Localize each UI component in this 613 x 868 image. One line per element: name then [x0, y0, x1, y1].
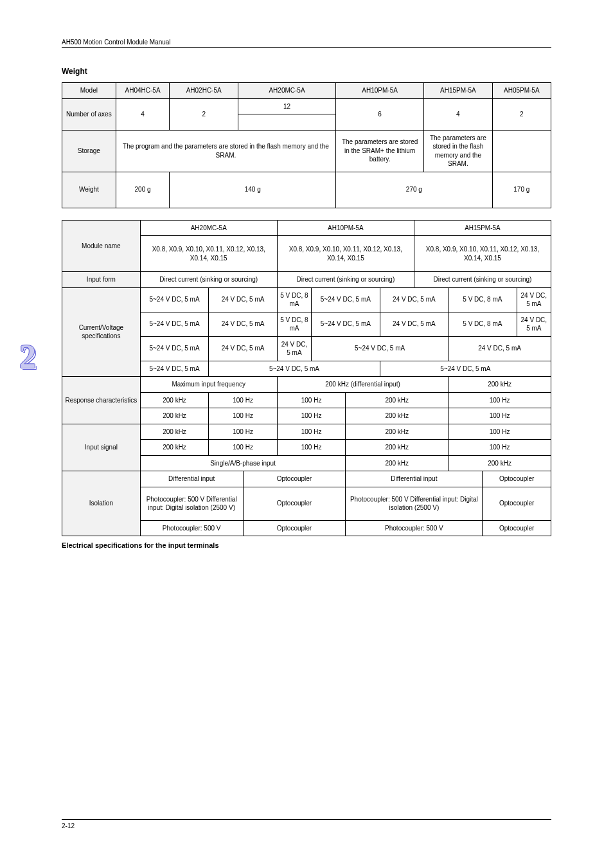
header-title: AH500 Motion Control Module Manual: [62, 39, 171, 46]
cell: 2: [492, 98, 551, 130]
cell: 24 V DC, 5 mA: [517, 287, 551, 312]
cell: 200 kHz: [449, 455, 551, 471]
cell: 5~24 V DC, 5 mA: [312, 336, 449, 361]
cell: 200 kHz: [140, 408, 209, 424]
cell: Module name: [62, 220, 141, 272]
cell: 200 kHz: [140, 424, 209, 440]
cell: [492, 130, 551, 172]
cell: 24 V DC, 5 mA: [277, 336, 311, 361]
cell: 24 V DC, 5 mA: [449, 336, 551, 361]
cell: 4: [116, 98, 170, 130]
cell: 5~24 V DC, 5 mA: [140, 336, 209, 361]
cell: AH15PM-5A: [414, 220, 551, 236]
cell: 24 V DC, 5 mA: [209, 312, 278, 336]
cell: 170 g: [492, 172, 551, 208]
cell: 200 kHz: [346, 424, 449, 440]
cell: 100 Hz: [277, 440, 346, 456]
cell: Isolation: [62, 471, 141, 536]
cell: 4: [424, 98, 493, 130]
cell: 100 Hz: [449, 392, 551, 408]
cell: 100 Hz: [277, 408, 346, 424]
cell: 100 Hz: [449, 424, 551, 440]
page-footer: 2-12: [62, 819, 551, 829]
cell: Photocoupler: 500 V: [140, 520, 243, 536]
cell: 270 g: [336, 172, 493, 208]
cell: 100 Hz: [449, 408, 551, 424]
cell: Number of axes: [62, 98, 116, 130]
cell: Optocoupler: [483, 471, 551, 487]
cell: The parameters are stored in the SRAM+ t…: [336, 130, 424, 172]
cell: 100 Hz: [277, 424, 346, 440]
cell: [238, 114, 335, 131]
cell: 100 Hz: [209, 408, 278, 424]
cell: 5 V DC, 8 mA: [277, 312, 311, 336]
cell: 5~24 V DC, 5 mA: [312, 287, 380, 312]
cell: Maximum input frequency: [140, 377, 277, 393]
section-title-input: Electrical specifications for the input …: [62, 541, 551, 549]
cell: 24 V DC, 5 mA: [209, 336, 278, 361]
cell: Optocoupler: [483, 520, 551, 536]
cell: Direct current (sinking or sourcing): [277, 272, 414, 288]
cell: 2: [170, 98, 238, 130]
cell: 200 kHz: [346, 392, 449, 408]
cell: AH10PM-5A: [277, 220, 414, 236]
cell: Model: [62, 83, 116, 99]
cell: 200 kHz: [346, 408, 449, 424]
cell: AH10PM-5A: [336, 83, 424, 99]
cell: 12: [238, 98, 335, 114]
cell: 24 V DC, 5 mA: [517, 312, 551, 336]
cell: 5 V DC, 8 mA: [449, 312, 517, 336]
cell: 24 V DC, 5 mA: [380, 287, 449, 312]
table-weight: Model AH04HC-5A AH02HC-5A AH20MC-5A AH10…: [62, 82, 551, 208]
cell: Weight: [62, 172, 116, 208]
cell: AH04HC-5A: [116, 83, 170, 99]
cell: 200 kHz: [449, 377, 551, 393]
page: AH500 Motion Control Module Manual Weigh…: [0, 0, 613, 588]
cell: Response characteristics: [62, 377, 141, 424]
cell: 5~24 V DC, 5 mA: [380, 361, 551, 377]
cell: Photocoupler: 500 V Differential input: …: [346, 487, 483, 520]
cell: 200 kHz: [346, 440, 449, 456]
cell: AH05PM-5A: [492, 83, 551, 99]
cell: 100 Hz: [209, 424, 278, 440]
cell: Direct current (sinking or sourcing): [140, 272, 277, 288]
cell: Current/Voltage specifications: [62, 287, 141, 377]
cell: AH02HC-5A: [170, 83, 238, 99]
cell: 5~24 V DC, 5 mA: [209, 361, 380, 377]
cell: 5~24 V DC, 5 mA: [140, 287, 209, 312]
table-input-specs: Module name AH20MC-5A AH10PM-5A AH15PM-5…: [62, 220, 551, 537]
cell: 100 Hz: [277, 392, 346, 408]
cell: Differential input: [346, 471, 483, 487]
cell: Optocoupler: [243, 487, 346, 520]
cell: Single/A/B-phase input: [140, 455, 346, 471]
cell: Photocoupler: 500 V: [346, 520, 483, 536]
cell: 140 g: [170, 172, 336, 208]
chapter-badge: 2: [19, 338, 36, 375]
cell: AH20MC-5A: [238, 83, 335, 99]
cell: 6: [336, 98, 424, 130]
cell: Input form: [62, 272, 141, 288]
cell: 200 kHz: [346, 455, 449, 471]
section-title-weight: Weight: [62, 67, 551, 76]
cell: The parameters are stored in the flash m…: [424, 130, 493, 172]
cell: Direct current (sinking or sourcing): [414, 272, 551, 288]
cell: Differential input: [140, 471, 243, 487]
cell: X0.8, X0.9, X0.10, X0.11, X0.12, X0.13, …: [414, 236, 551, 272]
cell: 200 g: [116, 172, 170, 208]
cell: 5 V DC, 8 mA: [449, 287, 517, 312]
cell: 24 V DC, 5 mA: [209, 287, 278, 312]
cell: Photocoupler: 500 V Differential input: …: [140, 487, 243, 520]
cell: AH20MC-5A: [140, 220, 277, 236]
cell: X0.8, X0.9, X0.10, X0.11, X0.12, X0.13, …: [277, 236, 414, 272]
cell: 100 Hz: [209, 440, 278, 456]
cell: 5~24 V DC, 5 mA: [312, 312, 380, 336]
cell: 200 kHz: [140, 440, 209, 456]
page-number: 2-12: [62, 822, 75, 829]
cell: Storage: [62, 130, 116, 172]
cell: 100 Hz: [209, 392, 278, 408]
page-header: AH500 Motion Control Module Manual: [62, 39, 551, 48]
cell: AH15PM-5A: [424, 83, 493, 99]
cell: X0.8, X0.9, X0.10, X0.11, X0.12, X0.13, …: [140, 236, 277, 272]
cell: Optocoupler: [483, 487, 551, 520]
cell: The program and the parameters are store…: [116, 130, 335, 172]
